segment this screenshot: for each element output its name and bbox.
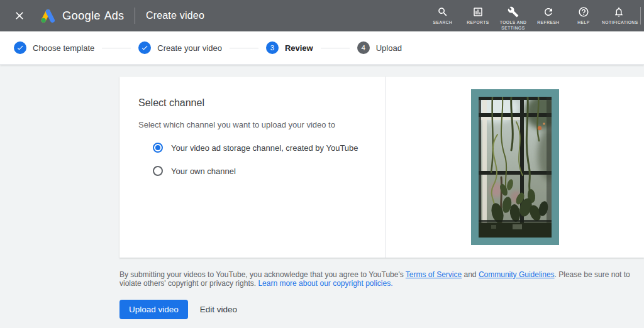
select-channel-panel: Select channel Select which channel you … — [119, 77, 386, 258]
step-connector — [230, 48, 258, 48]
channel-option-own-label: Your own channel — [171, 167, 236, 176]
terms-of-service-link[interactable]: Terms of Service — [406, 270, 462, 279]
upload-video-button[interactable]: Upload video — [119, 300, 188, 319]
legal-text-1: By submitting your videos to YouTube, yo… — [119, 270, 406, 279]
channel-option-own[interactable]: Your own channel — [153, 166, 366, 176]
header-end-divider — [640, 7, 641, 25]
step-2-label: Create your video — [157, 43, 222, 53]
step-connector — [102, 48, 131, 48]
notifications-label: NOTIFICATIONS — [602, 20, 636, 26]
header-divider — [135, 8, 135, 24]
actions-bar: Upload video Edit video — [119, 300, 237, 319]
video-preview-image — [471, 89, 559, 245]
tools-and-settings-label: TOOLS AND SETTINGS — [496, 20, 530, 31]
refresh-label: REFRESH — [537, 20, 559, 26]
app-header: Google Ads Create video SEARCH REPORTS T… — [0, 0, 644, 31]
step-review[interactable]: 3 Review — [266, 41, 313, 54]
radio-unselected-icon[interactable] — [153, 166, 163, 176]
reports-label: REPORTS — [467, 20, 489, 26]
channel-option-storage-label: Your video ad storage channel, created b… — [171, 143, 358, 153]
step-4-circle: 4 — [357, 41, 370, 54]
step-3-label: Review — [285, 43, 313, 53]
edit-video-button[interactable]: Edit video — [200, 305, 237, 314]
panel-description: Select which channel you want to upload … — [138, 120, 366, 129]
refresh-button[interactable]: REFRESH — [531, 0, 566, 26]
tools-and-settings-button[interactable]: TOOLS AND SETTINGS — [496, 0, 531, 31]
video-preview-area — [386, 77, 644, 258]
progress-stepper: Choose template Create your video 3 Revi… — [0, 31, 644, 65]
step-1-circle — [14, 41, 26, 54]
reports-icon — [472, 6, 484, 18]
header-actions: SEARCH REPORTS TOOLS AND SETTINGS REFRES… — [425, 0, 644, 31]
step-1-label: Choose template — [33, 43, 94, 53]
step-create-your-video[interactable]: Create your video — [138, 41, 222, 54]
legal-disclaimer: By submitting your videos to YouTube, yo… — [119, 270, 636, 288]
page-body: Select channel Select which channel you … — [0, 65, 644, 328]
radio-selected-icon[interactable] — [153, 143, 163, 153]
community-guidelines-link[interactable]: Community Guidelines — [479, 270, 555, 279]
check-icon — [141, 44, 148, 52]
brand-name: Google Ads — [62, 9, 124, 23]
help-icon — [578, 6, 589, 18]
step-3-number: 3 — [270, 44, 274, 52]
step-2-circle — [138, 41, 151, 54]
refresh-icon — [543, 6, 554, 18]
search-button[interactable]: SEARCH — [425, 0, 460, 26]
step-3-circle: 3 — [266, 41, 279, 54]
brand-ads: Ads — [104, 9, 124, 23]
page-title: Create video — [146, 10, 204, 21]
google-ads-logo-icon — [39, 8, 56, 25]
help-label: HELP — [577, 20, 589, 26]
step-upload[interactable]: 4 Upload — [357, 41, 402, 54]
bell-icon — [613, 6, 625, 18]
help-button[interactable]: HELP — [566, 0, 601, 26]
legal-text-2: and — [462, 270, 479, 279]
copyright-policies-link[interactable]: Learn more about our copyright policies. — [258, 279, 392, 288]
select-channel-card: Select channel Select which channel you … — [119, 77, 644, 258]
search-icon — [437, 6, 448, 18]
brand-google: Google — [62, 9, 101, 23]
channel-option-storage[interactable]: Your video ad storage channel, created b… — [153, 143, 366, 153]
notifications-button[interactable]: NOTIFICATIONS — [601, 0, 636, 26]
check-icon — [16, 44, 24, 52]
panel-title: Select channel — [138, 97, 366, 109]
step-connector — [321, 48, 350, 48]
step-choose-template[interactable]: Choose template — [14, 41, 94, 54]
close-icon — [13, 9, 26, 22]
search-label: SEARCH — [433, 20, 453, 26]
close-button[interactable] — [9, 5, 30, 26]
step-4-number: 4 — [362, 44, 365, 52]
reports-button[interactable]: REPORTS — [460, 0, 496, 26]
step-4-label: Upload — [376, 43, 402, 53]
wrench-icon — [508, 6, 519, 18]
